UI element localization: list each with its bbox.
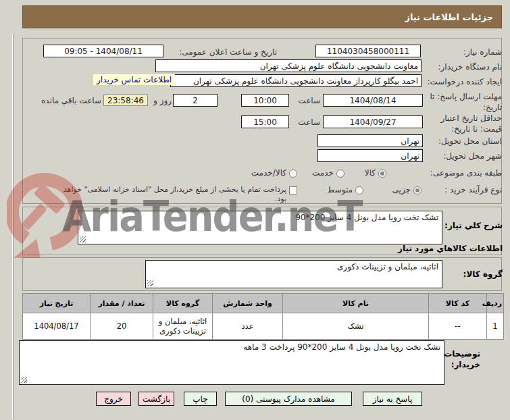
col-item-name: نام کالا (283, 294, 429, 313)
validity-date-field[interactable]: 1404/09/27 (323, 115, 423, 128)
page-title: جزئیات اطلاعات نیاز (405, 12, 493, 22)
province-field[interactable]: تهران (317, 134, 423, 147)
buyer-notes-label: توضیحات خریدار: (441, 348, 480, 370)
col-quantity: تعداد / مقدار (91, 294, 153, 313)
print-button[interactable]: چاپ (184, 392, 217, 406)
announce-field[interactable]: 1404/08/11 - 09:05 (43, 45, 163, 57)
validity-time-value: 15:00 (253, 117, 277, 127)
city-label: شهر محل تحویل: (426, 151, 502, 162)
city-field[interactable]: تهران (317, 149, 423, 162)
subject-class-label: طبقه بندی موضوعی: (390, 168, 502, 179)
need-details-page: جزئیات اطلاعات نیاز شماره نیاز: 11040304… (0, 0, 510, 420)
table-row: 1 -- تشک عدد اثاثیه، مبلمان و تزیینات دک… (23, 313, 504, 340)
creator-field[interactable]: احمد بیگلو کارپرداز معاونت دانشجویی دانش… (170, 74, 422, 87)
back-button[interactable]: بازگشت (138, 392, 174, 406)
need-number-field[interactable]: 1104030458000111 (315, 45, 421, 57)
creator-value: احمد بیگلو کارپرداز معاونت دانشجویی دانش… (193, 76, 418, 86)
left-divider (12, 34, 14, 419)
col-unit: واحد شمارش (213, 294, 283, 313)
deadline-hour-label: ساعت (293, 96, 320, 107)
page-title-bar: جزئیات اطلاعات نیاز (22, 5, 502, 28)
buyer-contact-link[interactable]: اطلاعات تماس خریدار (93, 74, 175, 85)
province-label: استان محل تحویل: (426, 136, 502, 147)
validity-hour-label: ساعت (293, 117, 320, 128)
buyer-org-label: نام دستگاه خریدار: (424, 62, 502, 73)
radio-minor-label: جزیی (388, 185, 411, 196)
buyer-notes-value: تشک تخت رویا مدل بونل 4 سایز 200*90 پردا… (243, 342, 440, 352)
cell-item-name: تشک (283, 313, 429, 340)
announce-label: تاریخ و ساعت اعلان عمومی: (166, 47, 277, 58)
need-desc-label: شرح کلي نیاز: (444, 220, 503, 231)
need-number-label: شماره نیاز: (432, 47, 502, 58)
col-row-number: ردیف (487, 294, 504, 313)
validity-label: حداقل تاریخ اعتبار قیمت: تا تاریخ: (426, 113, 502, 134)
resize-handle-icon[interactable] (21, 377, 27, 383)
remaining-hours-label: ساعت باقي مانده (24, 96, 101, 107)
radio-medium-label: متوسط (317, 185, 353, 196)
radio-service-label: خدمت (308, 168, 334, 179)
validity-date-value: 1404/09/27 (349, 117, 396, 127)
goods-group-label: گروه کالا: (446, 269, 503, 280)
cell-unit: عدد (213, 313, 283, 340)
goods-table: ردیف کد کالا نام کالا واحد شمارش گروه کا… (22, 293, 504, 340)
attachments-button[interactable]: مشاهده مدارک پیوستی (0) (225, 392, 352, 406)
col-group: گروه کالا (153, 294, 213, 313)
cell-quantity: 20 (91, 313, 153, 340)
exit-button[interactable]: خروج (96, 392, 131, 406)
cell-item-code: -- (429, 313, 487, 340)
col-need-date: تاریخ نیاز (23, 294, 91, 313)
province-value: تهران (401, 136, 419, 146)
radio-goods-label: کالا (354, 168, 376, 179)
radio-goods-service[interactable] (289, 169, 297, 178)
buyer-org-value: معاونت دانشجویی دانشگاه علوم پزشکی تهران (260, 61, 418, 71)
creator-label: ایجاد کننده درخواست: (420, 77, 502, 88)
goods-section-heading: اطلاعات كالاهاي مورد نياز (378, 243, 503, 254)
goods-table-header-row: ردیف کد کالا نام کالا واحد شمارش گروه کا… (23, 294, 504, 313)
deadline-time-field[interactable]: 10:00 (241, 94, 289, 107)
need-number-value: 1104030458000111 (327, 47, 409, 56)
city-value: تهران (401, 151, 419, 161)
cell-need-date: 1404/08/17 (23, 313, 91, 340)
cell-row-number: 1 (487, 313, 504, 340)
need-desc-value: تشک تخت رویا مدل بونل 4 سایز 200*90 (295, 213, 438, 222)
radio-goods-service-label: کالا/خدمت (235, 168, 286, 179)
resize-handle-icon[interactable] (147, 280, 153, 286)
deadline-time-value: 10:00 (253, 96, 277, 105)
remaining-time-value: 23:58:46 (107, 96, 144, 105)
radio-goods[interactable] (378, 169, 386, 178)
deadline-date-value: 1404/08/14 (349, 96, 396, 105)
remaining-days-value: 2 (193, 96, 198, 105)
buyer-org-field[interactable]: معاونت دانشجویی دانشگاه علوم پزشکی تهران (155, 59, 422, 72)
reply-button[interactable]: پاسخ به نیاز (363, 392, 422, 406)
days-and-label: روز و (149, 96, 172, 107)
validity-time-field[interactable]: 15:00 (241, 115, 289, 128)
treasury-docs-label: پرداخت تمام یا بخشی از مبلغ خرید،از محل … (59, 185, 286, 205)
col-item-code: کد کالا (429, 294, 487, 313)
goods-group-value: اثاثیه، مبلمان و تزیینات دکوری (337, 262, 438, 271)
announce-value: 1404/08/11 - 09:05 (64, 47, 143, 56)
goods-group-textarea[interactable]: اثاثیه، مبلمان و تزیینات دکوری (145, 260, 442, 288)
buyer-notes-textarea[interactable]: تشک تخت رویا مدل بونل 4 سایز 200*90 پردا… (19, 340, 444, 385)
radio-medium[interactable] (355, 186, 363, 194)
remaining-days-field[interactable]: 2 (173, 94, 218, 107)
process-label: نوع فرآیند خرید : (428, 185, 502, 196)
cell-group: اثاثیه، مبلمان و تزیینات دکوری (153, 313, 213, 340)
need-desc-textarea[interactable]: تشک تخت رویا مدل بونل 4 سایز 200*90 (78, 211, 442, 244)
radio-minor[interactable] (413, 186, 422, 194)
resize-handle-icon[interactable] (80, 236, 86, 242)
deadline-label: مهلت ارسال پاسخ: تا تاریخ: (426, 92, 502, 113)
deadline-date-field[interactable]: 1404/08/14 (323, 94, 423, 107)
treasury-docs-checkbox[interactable] (289, 186, 297, 194)
remaining-time-field: 23:58:46 (103, 95, 148, 106)
radio-service[interactable] (336, 169, 345, 178)
